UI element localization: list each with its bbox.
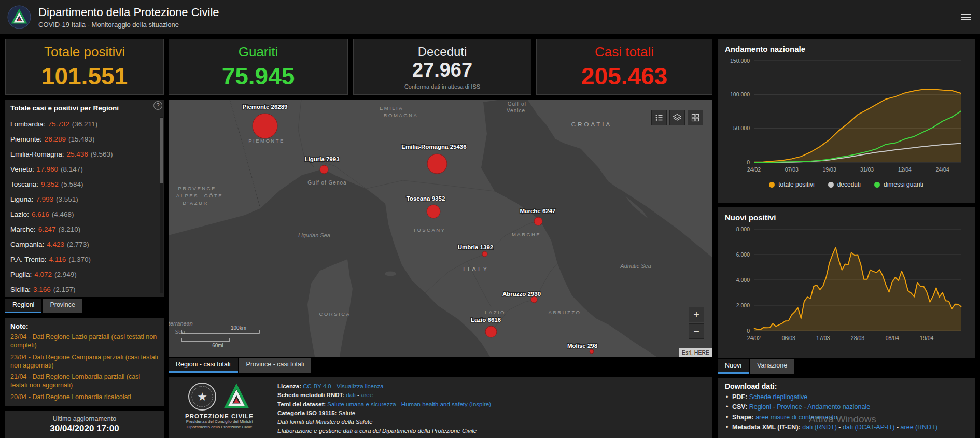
region-row[interactable]: Emilia-Romagna:25.436(9.563)	[5, 147, 164, 162]
map-marker[interactable]	[531, 296, 537, 303]
link[interactable]: Andamento nazionale	[807, 403, 870, 411]
region-positive: (15.493)	[68, 135, 94, 143]
link[interactable]: Salute umana e sicurezza	[327, 401, 396, 407]
tab-regioni-casi-totali[interactable]: Regioni - casi totali	[169, 358, 238, 373]
tab-variazione[interactable]: Variazione	[750, 359, 794, 374]
bullet: •	[726, 392, 728, 402]
region-row[interactable]: Toscana:9.352(5.584)	[5, 177, 164, 192]
andamento-title: Andamento nazionale	[718, 39, 975, 55]
legend-item[interactable]: dimessi guariti	[874, 181, 923, 188]
dashboard-root: Dipartimento della Protezione Civile COV…	[0, 0, 980, 438]
tab-province-casi-totali[interactable]: Province - casi totali	[239, 358, 312, 373]
region-row[interactable]: Lazio:6.616(4.468)	[5, 207, 164, 222]
map-marker[interactable]	[590, 349, 594, 354]
link[interactable]: aree misure di contenimento	[755, 414, 837, 421]
map-geo-label: Gulf of Genoa	[307, 180, 346, 186]
stat-note: Conferma dati in attesa di ISS	[404, 83, 480, 90]
tab-province[interactable]: Province	[43, 299, 82, 313]
svg-text:6.000: 6.000	[736, 251, 750, 258]
region-row[interactable]: Lombardia:75.732(36.211)	[5, 117, 164, 132]
svg-text:150.000: 150.000	[730, 58, 750, 64]
andamento-panel: Andamento nazionale 050.000100.000150.00…	[718, 39, 975, 203]
link[interactable]: aree	[361, 392, 373, 398]
bullet: •	[726, 413, 728, 422]
map-marker[interactable]	[427, 154, 447, 174]
region-total: 75.732	[48, 120, 69, 128]
link[interactable]: Province	[777, 403, 802, 411]
region-row[interactable]: P.A. Trento:4.116(1.370)	[5, 252, 164, 267]
region-total: 4.072	[34, 271, 52, 278]
bullet: •	[726, 422, 728, 432]
map-geo-label: Gulf of	[508, 101, 526, 107]
map-marker-label: Marche 6247	[520, 208, 555, 214]
map-marker[interactable]	[320, 165, 328, 174]
stat-card-casi-totali: Casi totali 205.463	[536, 39, 712, 95]
region-positive: (5.584)	[61, 180, 83, 188]
legend-dot-icon	[769, 182, 775, 188]
region-total: 9.352	[41, 180, 59, 188]
map-marker[interactable]	[427, 205, 440, 218]
link[interactable]: aree (RNDT)	[901, 423, 938, 431]
scrollbar-thumb[interactable]	[160, 118, 163, 183]
region-row[interactable]: Puglia:4.072(2.949)	[5, 267, 164, 282]
download-title: Download dati:	[725, 382, 968, 390]
link[interactable]: dati (RNDT)	[802, 423, 837, 431]
map-marker-label: Piemonte 26289	[243, 104, 288, 110]
menu-icon[interactable]	[961, 14, 971, 20]
region-row[interactable]: Veneto:17.960(8.147)	[5, 162, 164, 177]
zoom-in-button[interactable]: +	[689, 307, 704, 322]
layers-icon[interactable]	[669, 110, 685, 125]
svg-text:24/04: 24/04	[935, 166, 949, 173]
tab-regioni[interactable]: Regioni	[5, 299, 41, 313]
map-marker[interactable]	[485, 326, 497, 337]
map-geo-label: MARCHE	[512, 232, 541, 237]
svg-text:★: ★	[197, 390, 207, 403]
stat-card-guariti: Guariti 75.945	[169, 39, 348, 95]
stat-title: Deceduti	[418, 45, 467, 59]
region-row[interactable]: Campania:4.423(2.773)	[5, 237, 164, 252]
protezione-civile-emblem-icon	[222, 382, 251, 411]
basemap-icon[interactable]	[688, 110, 703, 125]
legend-icon[interactable]	[651, 110, 667, 125]
legend-label: totale positivi	[778, 181, 814, 188]
svg-text:0: 0	[747, 328, 750, 334]
link[interactable]: Regioni	[749, 403, 771, 411]
notes-panel: Note: 23/04 - Dati Regione Lazio parzial…	[5, 318, 164, 406]
link[interactable]: dati (DCAT-AP-IT)	[843, 423, 894, 431]
region-row[interactable]: Marche:6.247(3.210)	[5, 222, 164, 237]
svg-text:28/03: 28/03	[851, 335, 864, 341]
scrollbar[interactable]	[160, 117, 163, 293]
svg-text:31/03: 31/03	[860, 166, 874, 173]
region-total: 7.993	[36, 195, 53, 203]
region-total: 25.436	[67, 150, 88, 158]
zoom-out-button[interactable]: −	[689, 323, 704, 339]
italy-map[interactable]: Gulf ofVeniceCROATIAPIEMONTEEMILIAROMAGN…	[169, 100, 712, 357]
app-header: Dipartimento della Protezione Civile COV…	[0, 0, 980, 34]
map-marker-label: Molise 298	[567, 343, 598, 349]
stat-value: 205.463	[581, 62, 667, 90]
region-total: 26.289	[45, 135, 66, 143]
region-row[interactable]: Piemonte:26.289(15.493)	[5, 132, 164, 147]
map-geo-label: EMILIA	[380, 105, 403, 111]
map-marker[interactable]	[253, 114, 277, 138]
stat-title: Casi totali	[595, 44, 654, 60]
map-marker[interactable]	[482, 251, 487, 257]
legend-item[interactable]: totale positivi	[769, 181, 814, 188]
tab-nuovi[interactable]: Nuovi	[718, 359, 749, 374]
map-marker-label: Emilia-Romagna 25436	[401, 144, 466, 150]
link[interactable]: CC-BY-4.0	[303, 383, 331, 389]
link[interactable]: dati	[346, 392, 356, 398]
region-row[interactable]: Sicilia:3.166(2.157)	[5, 282, 164, 297]
last-update-panel: Ultimo aggiornamento 30/04/2020 17:00	[5, 411, 164, 438]
regions-panel: Totale casi e positivi per Regioni Lomba…	[5, 100, 164, 297]
legend-item[interactable]: deceduti	[828, 181, 861, 188]
stat-value: 101.551	[41, 62, 128, 90]
region-row[interactable]: Liguria:7.993(3.551)	[5, 192, 164, 207]
map-panel[interactable]: Gulf ofVeniceCROATIAPIEMONTEEMILIAROMAGN…	[169, 100, 712, 357]
link[interactable]: Human health and safety (Inspire)	[401, 401, 491, 407]
link[interactable]: Visualizza licenza	[337, 383, 384, 389]
map-geo-label: CROATIA	[571, 121, 612, 128]
link[interactable]: Schede riepilogative	[749, 393, 808, 401]
info-icon[interactable]: ?	[153, 101, 162, 110]
map-marker[interactable]	[534, 217, 542, 225]
